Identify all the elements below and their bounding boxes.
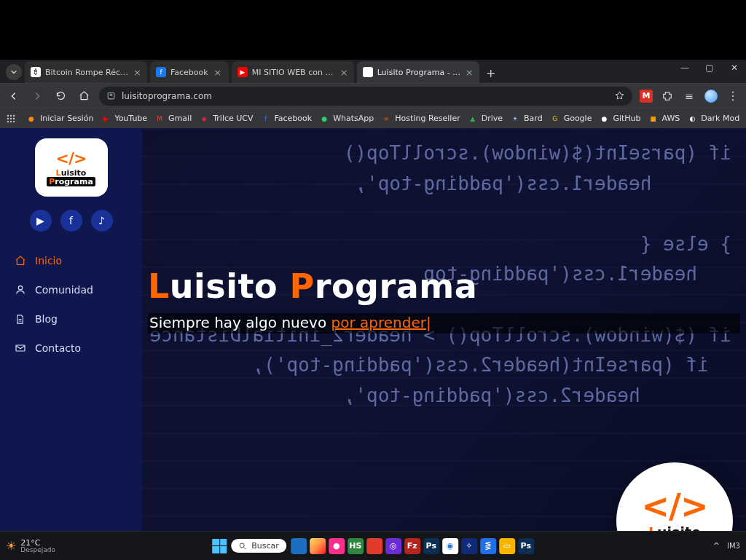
avatar-icon — [704, 90, 718, 103]
bookmark-item[interactable]: ✦ Bard — [510, 114, 543, 124]
tab-favicon-icon: ₿ — [31, 67, 41, 77]
taskbar-app-icon[interactable]: HS — [348, 538, 364, 554]
puzzle-icon — [661, 90, 673, 102]
sidebar-nav: Inicio Comunidad Blog Contacto — [7, 248, 135, 361]
bookmark-item[interactable]: ◐ Dark Mode — [687, 114, 740, 124]
page-viewport: </> Luisito Programa ▶f♪ Inicio Comunida… — [0, 128, 746, 531]
browser-tab[interactable]: f Facebook × — [150, 61, 229, 83]
taskbar-app-icon[interactable]: ✧ — [461, 538, 477, 554]
bookmark-favicon-icon: ◐ — [687, 114, 697, 124]
hero-subtitle-wrap: Siempre hay algo nuevo por aprender| — [148, 313, 740, 334]
bookmark-label: YouTube — [114, 114, 147, 123]
bookmark-label: GitHub — [613, 114, 640, 123]
window-close-button[interactable]: ✕ — [727, 63, 742, 73]
bookmark-favicon-icon: ◆ — [199, 114, 209, 124]
taskbar-weather-widget[interactable]: ☀ 21°C Despejado — [6, 539, 55, 553]
tab-favicon-icon: f — [156, 67, 166, 77]
sidebar-item-blog[interactable]: Blog — [7, 306, 135, 332]
bookmark-item[interactable]: ● Iniciar Sesión — [26, 114, 93, 124]
tray-overflow-button[interactable]: ^ — [713, 541, 720, 551]
sidebar-item-contacto[interactable]: Contacto — [7, 335, 135, 361]
sidebar-item-comunidad[interactable]: Comunidad — [7, 277, 135, 303]
url-text: luisitoprograma.com — [122, 91, 608, 101]
tab-title: Facebook — [170, 68, 208, 77]
tab-close-button[interactable]: × — [133, 67, 141, 77]
users-icon — [15, 284, 28, 296]
taskbar-app-icon[interactable]: Ps — [423, 538, 439, 554]
toolbar-right-icons: M ≡ ⋮ — [640, 89, 740, 103]
taskbar-app-icon[interactable]: ▭ — [499, 538, 515, 554]
taskbar-app-icon[interactable]: ◉ — [442, 538, 458, 554]
reload-button[interactable] — [52, 88, 68, 104]
bookmark-item[interactable]: ▶ YouTube — [101, 114, 147, 124]
bookmark-label: Dark Mode — [701, 114, 740, 123]
taskbar-app-icon[interactable]: Ps — [518, 538, 534, 554]
svg-point-6 — [13, 117, 15, 119]
bookmark-item[interactable]: ∞ Hosting Reseller — [381, 114, 460, 124]
apps-button[interactable] — [6, 114, 19, 124]
bookmark-item[interactable]: ◆ Trilce UCV — [199, 114, 253, 124]
taskbar-app-icon[interactable] — [310, 538, 326, 554]
window-controls: — ▢ ✕ — [678, 63, 742, 73]
address-bar[interactable]: luisitoprograma.com — [99, 87, 632, 106]
file-icon — [15, 314, 28, 325]
bookmark-item[interactable]: ▲ Drive — [468, 114, 503, 124]
taskbar-search-placeholder: Buscar — [251, 541, 279, 551]
hero-section: if (parseInt($(window).scrollTop() heade… — [142, 128, 746, 531]
reading-list-button[interactable]: ≡ — [682, 89, 696, 103]
svg-point-2 — [10, 114, 12, 116]
taskbar-app-icon[interactable]: Fz — [404, 538, 420, 554]
browser-tab[interactable]: Luisito Programa - Siempre hay × — [357, 61, 479, 83]
taskbar-app-icon[interactable] — [366, 538, 382, 554]
back-button[interactable] — [6, 88, 22, 104]
extensions-button[interactable] — [660, 89, 675, 103]
window-maximize-button[interactable]: ▢ — [702, 63, 717, 73]
bookmark-item[interactable]: M Gmail — [154, 114, 192, 124]
bookmark-favicon-icon: ● — [599, 114, 609, 124]
taskbar-app-icon[interactable]: ● — [329, 538, 345, 554]
bookmark-label: Bard — [524, 114, 543, 123]
taskbar-app-icon[interactable]: ⋚ — [480, 538, 496, 554]
forward-button[interactable] — [29, 88, 45, 104]
arrow-left-icon — [8, 90, 20, 102]
start-button[interactable] — [212, 539, 227, 553]
bookmark-item[interactable]: ● GitHub — [599, 114, 640, 124]
profile-button[interactable] — [704, 89, 718, 103]
site-logo[interactable]: </> Luisito Programa — [35, 138, 108, 197]
search-icon — [238, 542, 247, 551]
tab-search-button[interactable] — [6, 64, 22, 80]
bookmark-label: Hosting Reseller — [395, 114, 460, 123]
ime-indicator[interactable]: IM3 — [727, 542, 740, 550]
bookmark-item[interactable]: ■ AWS — [648, 114, 680, 124]
new-tab-button[interactable]: + — [482, 64, 500, 82]
taskbar-search[interactable]: Buscar — [231, 539, 286, 553]
bookmark-label: Trilce UCV — [213, 114, 253, 123]
social-facebook-button[interactable]: f — [60, 210, 82, 232]
taskbar-app-icon[interactable]: ◎ — [385, 538, 401, 554]
svg-point-5 — [10, 117, 12, 119]
social-youtube-button[interactable]: ▶ — [30, 210, 52, 232]
tab-close-button[interactable]: × — [340, 67, 348, 77]
tab-close-button[interactable]: × — [466, 67, 474, 77]
taskbar-app-icon[interactable] — [291, 538, 307, 554]
weather-sun-icon: ☀ — [6, 539, 16, 553]
bookmark-item[interactable]: f Facebook — [261, 114, 313, 124]
browser-tab[interactable]: ▶ MI SITIO WEB con EC2 y ROU × — [232, 61, 354, 83]
taskbar-center: Buscar ●HS◎FzPs◉✧⋚▭Ps — [212, 538, 534, 554]
star-icon[interactable] — [614, 90, 625, 101]
window-minimize-button[interactable]: — — [678, 63, 692, 73]
home-button[interactable] — [76, 88, 92, 104]
menu-button[interactable]: ⋮ — [726, 89, 740, 103]
svg-point-4 — [7, 117, 9, 119]
bookmark-item[interactable]: G Google — [550, 114, 592, 124]
extension-m-button[interactable]: M — [640, 90, 653, 103]
tab-favicon-icon: ▶ — [237, 67, 248, 77]
svg-point-1 — [7, 114, 9, 116]
browser-tab[interactable]: ₿ Bitcoin Rompe Récord: BTC Su × — [25, 61, 147, 83]
social-tiktok-button[interactable]: ♪ — [91, 210, 113, 232]
bookmark-item[interactable]: ● WhatsApp — [319, 114, 374, 124]
chevron-down-icon — [9, 68, 18, 76]
tab-close-button[interactable]: × — [213, 67, 223, 77]
sidebar-item-inicio[interactable]: Inicio — [7, 248, 135, 274]
bookmark-label: Drive — [482, 114, 503, 123]
